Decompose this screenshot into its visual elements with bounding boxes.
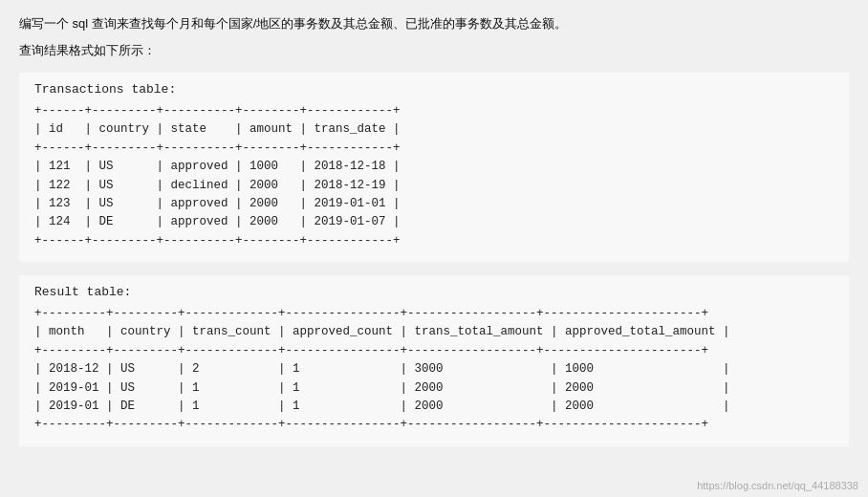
- result-table-content: +---------+---------+-------------+-----…: [34, 305, 834, 435]
- transactions-table-content: +------+---------+----------+--------+--…: [34, 102, 834, 250]
- result-table-title: Result table:: [34, 285, 834, 299]
- transactions-table-title: Transactions table:: [34, 82, 834, 97]
- query-format-text: 查询结果格式如下所示：: [19, 42, 849, 59]
- transactions-section: Transactions table: +------+---------+--…: [19, 73, 849, 262]
- result-section: Result table: +---------+---------+-----…: [19, 275, 849, 446]
- intro-text: 编写一个 sql 查询来查找每个月和每个国家/地区的事务数及其总金额、已批准的事…: [19, 15, 849, 32]
